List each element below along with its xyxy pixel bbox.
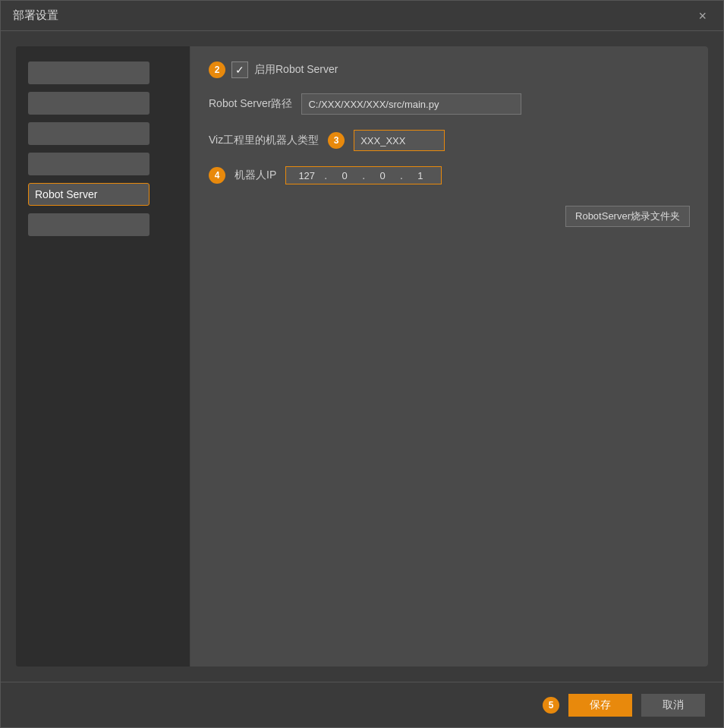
burn-folder-row: RobotServer烧录文件夹 <box>209 203 690 227</box>
sidebar-item-robot-server[interactable]: Robot Server <box>28 183 150 206</box>
ip-row: 4 机器人IP . . . <box>209 166 690 184</box>
ip-segment-4[interactable] <box>406 170 435 181</box>
sidebar-item-4[interactable] <box>28 153 150 175</box>
window-title: 部署设置 <box>13 8 58 23</box>
enable-checkbox[interactable]: ✓ <box>231 61 248 78</box>
ip-dot-2: . <box>362 169 365 181</box>
footer: 5 保存 取消 <box>1 682 723 727</box>
ip-segment-3[interactable] <box>368 170 397 181</box>
burn-folder-button[interactable]: RobotServer烧录文件夹 <box>565 206 690 227</box>
close-button[interactable]: × <box>694 6 711 26</box>
enable-row: 2 ✓ 启用Robot Server <box>209 61 690 78</box>
robot-type-input[interactable] <box>354 130 445 151</box>
robot-type-label: Viz工程里的机器人类型 <box>209 134 319 147</box>
path-input[interactable] <box>301 93 521 115</box>
right-panel: 2 ✓ 启用Robot Server Robot Server路径 Viz工程里… <box>190 46 708 667</box>
badge-2: 2 <box>209 61 225 78</box>
ip-dot-1: . <box>324 169 327 181</box>
save-button[interactable]: 保存 <box>568 694 632 717</box>
badge-3: 3 <box>328 132 345 149</box>
sidebar-item-2[interactable] <box>28 92 150 115</box>
main-window: 部署设置 × Robot Server 2 <box>0 0 724 728</box>
sidebar-item-6[interactable] <box>28 213 150 236</box>
panels-container: Robot Server 2 ✓ 启用Robot Server Robot Se… <box>16 46 708 667</box>
badge-5: 5 <box>543 697 559 714</box>
ip-group: . . . <box>285 166 442 184</box>
path-label: Robot Server路径 <box>209 97 292 111</box>
ip-segment-1[interactable] <box>292 170 321 181</box>
checkmark-icon: ✓ <box>235 65 244 75</box>
sidebar-item-1[interactable] <box>28 61 150 84</box>
ip-segment-2[interactable] <box>330 170 359 181</box>
sidebar-item-3[interactable] <box>28 122 150 145</box>
main-content: Robot Server 2 ✓ 启用Robot Server Robot Se… <box>1 31 723 682</box>
ip-dot-3: . <box>400 169 403 181</box>
title-bar: 部署设置 × <box>1 1 723 31</box>
path-row: Robot Server路径 <box>209 93 690 115</box>
enable-label: 启用Robot Server <box>254 63 338 77</box>
left-panel: Robot Server <box>16 46 190 667</box>
ip-label: 机器人IP <box>235 169 276 182</box>
robot-type-row: Viz工程里的机器人类型 3 <box>209 130 690 151</box>
badge-4: 4 <box>209 167 225 184</box>
cancel-button[interactable]: 取消 <box>641 694 705 717</box>
